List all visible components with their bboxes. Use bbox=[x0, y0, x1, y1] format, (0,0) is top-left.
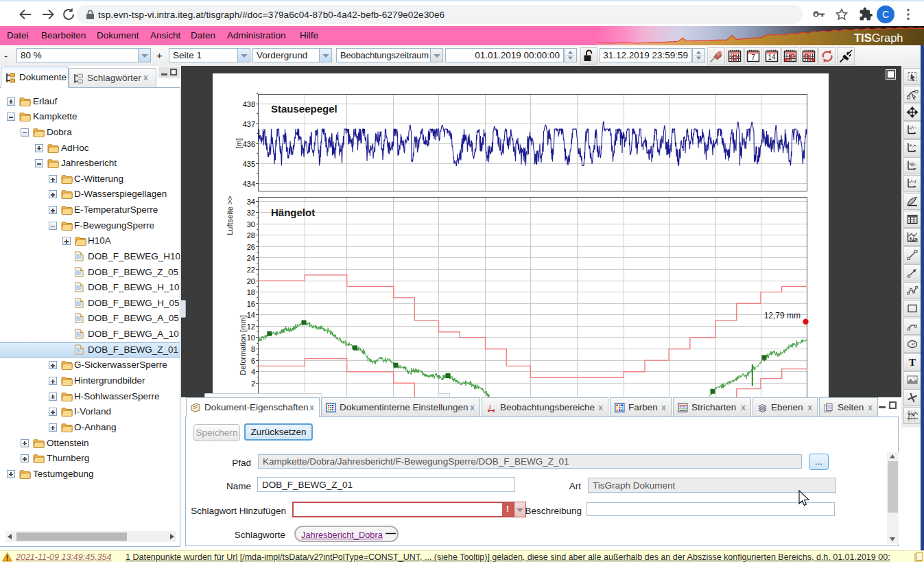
svg-text:T: T bbox=[909, 357, 916, 368]
svg-text:438: 438 bbox=[243, 100, 255, 108]
svg-text:t: t bbox=[914, 178, 916, 185]
svg-text:4: 4 bbox=[251, 368, 255, 376]
svg-text:[m]: [m] bbox=[235, 138, 243, 148]
svg-text:Deformation [mm]: Deformation [mm] bbox=[239, 315, 247, 375]
svg-text:435: 435 bbox=[243, 160, 255, 168]
svg-text:24: 24 bbox=[247, 254, 255, 262]
svg-text:14: 14 bbox=[768, 54, 776, 61]
svg-text:10: 10 bbox=[247, 333, 255, 342]
svg-text:Stauseepegel: Stauseepegel bbox=[271, 103, 337, 115]
svg-text:18: 18 bbox=[247, 288, 255, 296]
svg-text:32: 32 bbox=[247, 209, 255, 217]
svg-text:34: 34 bbox=[247, 198, 255, 206]
svg-text:8: 8 bbox=[251, 345, 255, 353]
svg-text:22: 22 bbox=[247, 266, 255, 274]
svg-text:26: 26 bbox=[247, 243, 255, 251]
svg-text:30: 30 bbox=[247, 220, 255, 229]
svg-text:436: 436 bbox=[243, 140, 255, 148]
svg-text:Hängelot: Hängelot bbox=[271, 207, 315, 218]
svg-text:437: 437 bbox=[243, 120, 255, 128]
svg-text:Na: Na bbox=[910, 235, 919, 243]
svg-text:16: 16 bbox=[247, 300, 255, 308]
svg-text:12: 12 bbox=[247, 323, 255, 331]
svg-text:TISGraph: TISGraph bbox=[854, 32, 903, 44]
svg-text:Luftseite >>: Luftseite >> bbox=[226, 196, 234, 235]
svg-text:7: 7 bbox=[751, 54, 755, 61]
svg-text:12,79 mm: 12,79 mm bbox=[764, 311, 801, 320]
svg-text:14: 14 bbox=[247, 311, 255, 319]
svg-text:t: t bbox=[489, 403, 491, 410]
svg-text:2: 2 bbox=[251, 379, 255, 388]
svg-text:6: 6 bbox=[251, 357, 255, 365]
svg-text:20: 20 bbox=[247, 277, 255, 285]
svg-text:28: 28 bbox=[247, 231, 255, 239]
svg-text:434: 434 bbox=[243, 180, 255, 188]
